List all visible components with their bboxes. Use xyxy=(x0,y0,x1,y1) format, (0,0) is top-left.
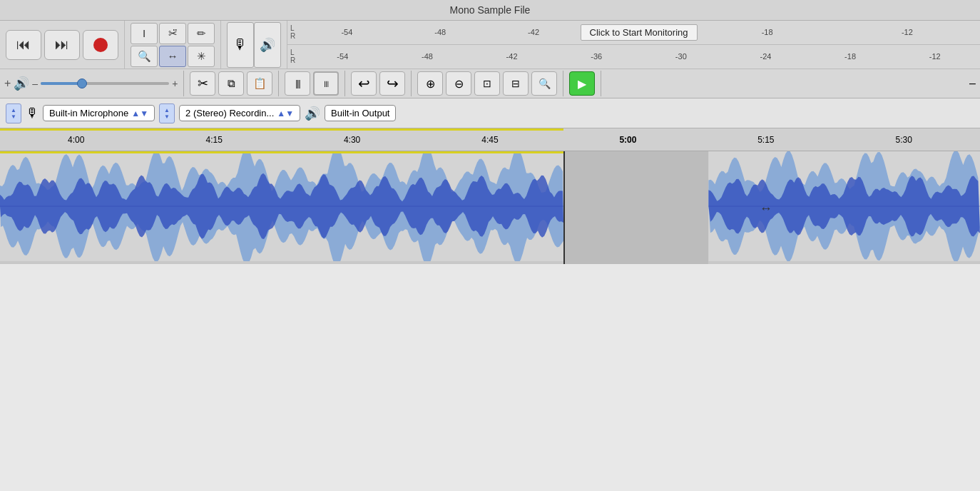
tools-group: I ✂̈ ✏ 🔍 ↔ ✳ xyxy=(131,23,215,67)
multi-tool-button[interactable]: ✂̈ xyxy=(159,23,186,44)
waveform-canvas xyxy=(0,151,980,261)
tools-row-2: 🔍 ↔ ✳ xyxy=(131,46,215,67)
time-mark-6: 5:15 xyxy=(697,135,834,145)
play-button[interactable]: ▶ xyxy=(569,71,595,96)
cut-button[interactable]: ✂ xyxy=(190,71,215,96)
trim1-button[interactable]: ||| xyxy=(285,71,310,96)
channels-arrow: ▲▼ xyxy=(277,108,294,118)
skip-forward-button[interactable]: ⏭ xyxy=(44,30,80,60)
volume-slider-container[interactable] xyxy=(41,76,169,91)
time-mark-4: 4:45 xyxy=(421,135,558,145)
output-device-name: Built-in Output xyxy=(331,108,389,118)
tools-row-1: I ✂̈ ✏ xyxy=(131,23,215,44)
volume-icon: 🔊 xyxy=(14,76,29,91)
waveform-progress-bar xyxy=(0,151,563,153)
zoom-in-button[interactable]: ⊕ xyxy=(417,71,443,96)
time-mark-7: 5:30 xyxy=(835,135,973,145)
waveform-area[interactable]: ↔ xyxy=(0,151,980,264)
volume-plus-label: + xyxy=(4,77,11,90)
volume-plus-right-label: + xyxy=(172,78,178,89)
timeline-progress xyxy=(0,128,980,131)
title-bar: Mono Sample File xyxy=(0,0,980,21)
volume-input-button[interactable]: 🔊 xyxy=(254,22,281,68)
star-tool-button[interactable]: ✳ xyxy=(188,46,215,67)
toolbar-divider-6 xyxy=(601,71,601,96)
toolbar-row-bottom: + 🔊 – + ✂ ⧉ 📋 ||| ⫼ ↩ ↪ ⊕ ⊖ ⊡ ⊟ 🔍 ▶ – xyxy=(0,69,980,98)
speaker-icon: 🔊 xyxy=(305,106,320,121)
draw-tool-button[interactable]: ✏ xyxy=(188,23,215,44)
toolbar-divider-4 xyxy=(411,71,412,96)
toolbar-divider-3 xyxy=(344,71,345,96)
vu-top-row: L R -54 -48 -42 Click to Start Monitorin… xyxy=(287,21,980,45)
input-channel-arrows[interactable]: ▲ ▼ xyxy=(6,103,21,123)
window-title: Mono Sample File xyxy=(450,4,531,16)
vu-scale-bottom: -54 -48 -42 -36 -30 -24 -18 -12 xyxy=(300,52,977,61)
vu-section: L R -54 -48 -42 Click to Start Monitorin… xyxy=(287,21,980,69)
cursor-tool-button[interactable]: I xyxy=(131,23,158,44)
redo-button[interactable]: ↪ xyxy=(379,71,405,96)
copy-button[interactable]: ⧉ xyxy=(218,71,244,96)
move-tool-button[interactable]: ↔ xyxy=(159,46,186,67)
input-device-select[interactable]: Built-in Microphone ▲▼ xyxy=(43,105,155,121)
zoom-tool-button[interactable]: 🔍 xyxy=(131,46,158,67)
toolbar-divider-5 xyxy=(563,71,563,96)
zoom-sel-button[interactable]: ⊟ xyxy=(503,71,529,96)
record-button[interactable] xyxy=(83,30,118,60)
undo-button[interactable]: ↩ xyxy=(351,71,377,96)
input-device-name: Built-in Microphone xyxy=(49,108,128,118)
input-section: 🎙 🔊 xyxy=(221,21,287,69)
channels-select[interactable]: 2 (Stereo) Recordin... ▲▼ xyxy=(179,105,300,121)
record-dot-icon xyxy=(93,38,108,52)
lr-label-bottom: L R xyxy=(290,49,297,64)
paste-button[interactable]: 📋 xyxy=(247,71,272,96)
vol-right-minus: – xyxy=(969,77,976,90)
transport-section: ⏮ ⏭ xyxy=(0,21,125,69)
tools-section: I ✂̈ ✏ 🔍 ↔ ✳ xyxy=(125,21,221,69)
toolbar-divider-1 xyxy=(183,71,184,96)
skip-back-button[interactable]: ⏮ xyxy=(6,30,41,60)
monitoring-button[interactable]: Click to Start Monitoring xyxy=(581,24,698,41)
volume-track xyxy=(41,82,169,85)
volume-fill xyxy=(41,82,79,85)
time-mark-1: 4:00 xyxy=(7,135,145,145)
trim2-button[interactable]: ⫼ xyxy=(313,71,339,96)
time-mark-3: 4:30 xyxy=(283,135,421,145)
volume-thumb[interactable] xyxy=(77,79,87,88)
input-device-arrow: ▲▼ xyxy=(131,108,148,118)
zoom-fit-button[interactable]: ⊡ xyxy=(474,71,500,96)
clip-gap xyxy=(563,151,708,264)
zoom-toggle-button[interactable]: 🔍 xyxy=(531,71,557,96)
toolbar-divider-2 xyxy=(278,71,279,96)
resize-cursor-icon: ↔ xyxy=(760,201,772,216)
zoom-out-button[interactable]: ⊖ xyxy=(446,71,471,96)
vu-scale-top: -54 -48 -42 xyxy=(300,28,581,36)
channels-name: 2 (Stereo) Recordin... xyxy=(185,108,274,118)
time-mark-5: 5:00 xyxy=(559,135,697,145)
mic-device-icon: 🎙 xyxy=(26,106,39,121)
vu-scale-top-right: -18 -12 xyxy=(698,28,978,36)
mic-button[interactable]: 🎙 xyxy=(227,22,254,68)
vu-bottom-row: L R -54 -48 -42 -36 -30 -24 -18 -12 xyxy=(287,45,980,69)
toolbar-combined: ⏮ ⏭ I ✂̈ ✏ 🔍 ↔ ✳ 🎙 xyxy=(0,21,980,98)
playhead xyxy=(563,151,565,264)
output-device-select[interactable]: Built-in Output xyxy=(325,105,396,121)
device-bar: ▲ ▼ 🎙 Built-in Microphone ▲▼ ▲ ▼ 2 (Ster… xyxy=(0,98,980,128)
toolbar-row-top: ⏮ ⏭ I ✂̈ ✏ 🔍 ↔ ✳ 🎙 xyxy=(0,21,980,69)
time-mark-2: 4:15 xyxy=(145,135,282,145)
timeline-ruler[interactable]: 4:00 4:15 4:30 4:45 5:00 5:15 5:30 xyxy=(0,128,980,151)
volume-minus-label: – xyxy=(32,78,38,89)
channels-arrows[interactable]: ▲ ▼ xyxy=(159,103,175,123)
lr-label-top: L R xyxy=(290,24,297,40)
